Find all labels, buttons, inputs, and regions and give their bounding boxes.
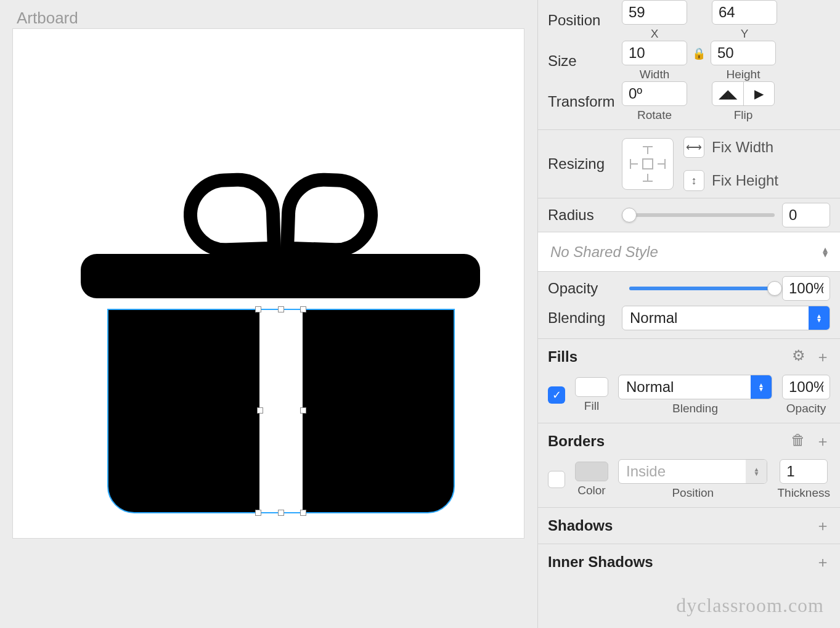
blending-label: Blending [548,309,622,327]
position-y-input[interactable] [712,0,777,25]
borders-title: Borders [548,433,605,450]
chevron-updown-icon: ▲▼ [746,460,767,483]
fill-blending-value: Normal [626,378,674,396]
fill-enabled-checkbox[interactable]: ✓ [548,386,565,404]
height-sublabel: Height [711,68,776,81]
selection-handle[interactable] [255,306,261,312]
plus-icon[interactable]: ＋ [815,431,830,451]
lock-icon[interactable]: 🔒 [692,47,706,60]
position-x-input[interactable] [622,0,687,25]
slider-thumb[interactable] [622,208,637,222]
border-position-value: Inside [626,463,666,480]
flip-horizontal-button[interactable]: ◢◣ [712,82,743,105]
selection-handle[interactable] [257,407,263,414]
gift-bow-right[interactable] [280,171,380,258]
flip-sublabel: Flip [712,108,775,122]
chevron-updown-icon: ▲▼ [809,306,830,330]
radius-label: Radius [548,206,622,224]
position-label: Position [548,12,622,29]
plus-icon[interactable]: ＋ [815,552,830,572]
selection-handle[interactable] [278,306,284,312]
y-sublabel: Y [712,27,777,41]
fill-color-swatch[interactable] [575,377,608,397]
gift-bow-left[interactable] [182,171,282,258]
fill-blending-select[interactable]: Normal ▲▼ [618,375,772,399]
chevron-updown-icon: ▲▼ [751,375,772,399]
border-position-select[interactable]: Inside ▲▼ [618,459,767,484]
transform-label: Transform [548,93,622,110]
x-sublabel: X [622,27,687,41]
border-thickness-input[interactable] [780,459,828,484]
fix-height-label[interactable]: Fix Height [712,172,778,189]
fill-blending-sublabel: Blending [618,402,772,415]
resizing-label: Resizing [548,155,622,173]
fix-width-icon[interactable]: ⟷ [683,137,704,158]
plus-icon[interactable]: ＋ [815,516,830,536]
gift-lid[interactable] [81,254,480,298]
border-color-sublabel: Color [575,484,608,497]
selection-handle[interactable] [255,510,261,516]
width-input[interactable] [622,41,687,65]
border-enabled-checkbox[interactable] [548,471,565,488]
gift-ribbon-gap[interactable] [259,309,303,513]
chevron-updown-icon: ▴▾ [823,247,828,257]
border-position-sublabel: Position [618,486,767,500]
shadows-title: Shadows [548,517,613,534]
flip-group: ◢◣ ▶ [712,81,775,106]
opacity-slider[interactable] [629,287,775,290]
canvas-area: Artboard [0,0,537,628]
slider-thumb[interactable] [767,281,782,296]
width-sublabel: Width [622,68,687,81]
fix-width-label[interactable]: Fix Width [712,139,773,156]
radius-input[interactable] [782,203,830,227]
rotate-input[interactable] [622,81,687,106]
rotate-sublabel: Rotate [622,108,687,122]
blending-value: Normal [630,309,677,327]
fill-sublabel: Fill [575,399,608,413]
watermark: dyclassroom.com [676,594,824,617]
size-label: Size [548,52,622,70]
fill-opacity-sublabel: Opacity [782,402,830,415]
border-color-swatch[interactable] [575,462,608,481]
gear-icon[interactable]: ⚙ [792,347,805,367]
fill-opacity-input[interactable] [782,375,830,399]
selection-handle[interactable] [300,407,306,414]
fix-height-icon[interactable]: ↕ [683,170,704,191]
selection-handle[interactable] [300,510,306,516]
artboard[interactable] [12,28,524,539]
opacity-label: Opacity [548,280,622,297]
selection-handle[interactable] [300,306,306,312]
shared-style-select[interactable]: No Shared Style ▴▾ [538,232,840,272]
fills-title: Fills [548,348,577,365]
trash-icon[interactable]: 🗑 [791,431,805,451]
opacity-input[interactable] [782,276,830,301]
plus-icon[interactable]: ＋ [815,347,830,367]
resizing-constraints-widget[interactable] [622,138,674,190]
selection-handle[interactable] [278,510,284,516]
shared-style-placeholder: No Shared Style [550,243,658,261]
height-input[interactable] [711,41,776,65]
border-thickness-sublabel: Thickness [777,486,830,500]
artboard-label[interactable]: Artboard [17,9,78,28]
flip-vertical-button[interactable]: ▶ [743,82,774,105]
inspector-panel: Position X Y Size Width 🔒 Height [537,0,840,628]
svg-rect-8 [643,159,653,169]
blending-select[interactable]: Normal ▲▼ [622,306,830,330]
radius-slider[interactable] [629,213,775,217]
inner-shadows-title: Inner Shadows [548,553,653,571]
